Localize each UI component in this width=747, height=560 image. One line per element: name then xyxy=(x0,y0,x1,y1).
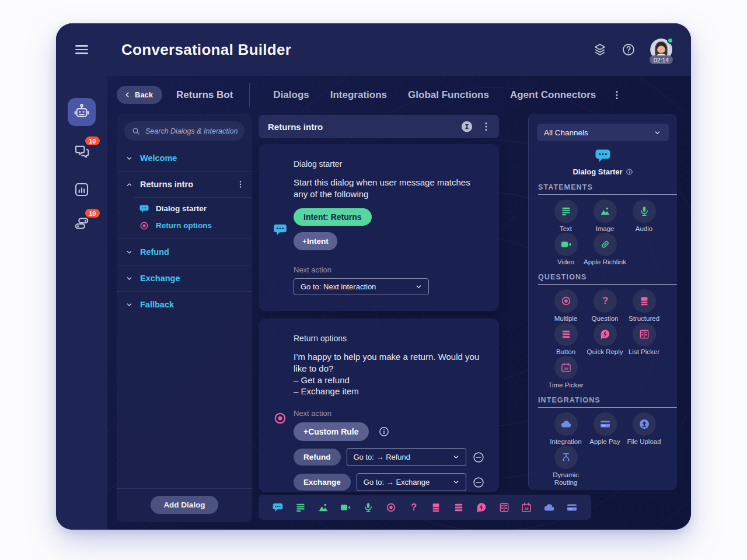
add-intent-button[interactable]: +Intent xyxy=(294,232,337,250)
avatar[interactable]: 02:14 xyxy=(650,38,672,61)
refund-rule-pill[interactable]: Refund xyxy=(294,449,341,466)
sub-nav: Back Returns Bot Dialogs Integrations Gl… xyxy=(107,76,691,114)
time-picker-icon: 25 xyxy=(560,362,572,373)
tree-item-exchange[interactable]: Exchange xyxy=(117,265,252,291)
palette-item-text[interactable]: Text xyxy=(546,200,585,233)
back-button[interactable]: Back xyxy=(117,86,162,104)
nav-overflow-icon[interactable] xyxy=(611,89,623,101)
audio-icon[interactable] xyxy=(362,502,374,513)
routing-icon xyxy=(560,452,572,463)
add-dialog-button[interactable]: Add Dialog xyxy=(151,496,218,514)
video-icon[interactable] xyxy=(340,502,351,513)
palette-item-multiple[interactable]: Multiple xyxy=(546,289,585,323)
exchange-goto-select[interactable]: Go to: → Exchange xyxy=(357,473,466,491)
intent-chip[interactable]: Intent: Returns xyxy=(294,208,372,226)
structured-icon xyxy=(638,295,650,307)
cloud-icon[interactable] xyxy=(543,502,555,513)
structured-icon[interactable] xyxy=(430,502,442,513)
quick-reply-icon[interactable] xyxy=(476,502,487,513)
card-icon[interactable] xyxy=(566,502,578,513)
tab-dialogs[interactable]: Dialogs xyxy=(273,89,309,101)
palette-item-question[interactable]: ? Question xyxy=(585,289,624,323)
palette-item-integration[interactable]: Integration xyxy=(546,412,585,446)
canvas-title: Returns intro xyxy=(268,122,460,132)
palette-starter-label: Dialog Starter xyxy=(573,167,622,176)
tab-agent-connectors[interactable]: Agent Connectors xyxy=(510,89,596,101)
tree-overflow-icon[interactable] xyxy=(236,180,245,189)
chevron-down-icon xyxy=(452,453,460,461)
palette-item-quick-reply[interactable]: Quick Reply xyxy=(585,323,624,356)
palette-item-dynamic-routing[interactable]: Dynamic Routing xyxy=(546,446,585,479)
rail-item-bot-builder[interactable] xyxy=(68,98,96,126)
info-icon[interactable] xyxy=(626,168,633,176)
layers-icon[interactable] xyxy=(593,43,607,57)
palette-item-audio[interactable]: Audio xyxy=(624,200,664,233)
divider xyxy=(249,83,250,107)
tree-item-fallback[interactable]: Fallback xyxy=(117,292,252,317)
next-action-label: Next action xyxy=(294,265,485,274)
rail-item-conversations[interactable]: 10 xyxy=(73,142,90,160)
search-box[interactable] xyxy=(124,121,245,141)
button-icon xyxy=(560,328,572,340)
info-icon[interactable] xyxy=(378,426,390,438)
cloud-icon xyxy=(560,418,572,430)
tree-label: Exchange xyxy=(140,274,180,283)
card-message: I’m happy to help you make a return. Wou… xyxy=(294,351,485,374)
canvas-overflow-icon[interactable] xyxy=(480,121,492,132)
tree-item-return-options[interactable]: Return options xyxy=(117,217,252,234)
hourglass-icon[interactable] xyxy=(460,120,473,133)
palette-item-apple-richlink[interactable]: Apple Richlink xyxy=(585,233,624,266)
list-picker-icon[interactable] xyxy=(498,502,510,513)
analytics-icon xyxy=(73,181,90,198)
tree-item-refund[interactable]: Refund xyxy=(117,239,252,265)
chevron-left-icon xyxy=(124,91,131,99)
multiple-choice-icon[interactable] xyxy=(385,502,397,513)
next-action-select[interactable]: Go to: Next interaction xyxy=(294,278,429,295)
channel-select[interactable]: All Channels xyxy=(537,124,669,141)
menu-icon[interactable] xyxy=(75,45,88,54)
palette-item-image[interactable]: Image xyxy=(585,200,624,233)
palette-item-time-picker[interactable]: 25 Time Picker xyxy=(546,356,585,389)
remove-rule-icon[interactable] xyxy=(472,476,485,489)
text-icon xyxy=(560,205,572,217)
svg-text:?: ? xyxy=(602,295,608,306)
button-icon[interactable] xyxy=(453,502,465,513)
add-custom-rule-button[interactable]: +Custom Rule xyxy=(294,422,369,441)
rail-item-automations[interactable]: 10 xyxy=(73,215,90,232)
tree-item-dialog-starter[interactable]: Dialog starter xyxy=(117,200,252,217)
exchange-rule-pill[interactable]: Exchange xyxy=(294,474,351,491)
card-icon xyxy=(599,418,611,430)
question-icon[interactable]: ? xyxy=(408,502,420,513)
tree-label: Returns intro xyxy=(140,180,229,189)
tab-global-functions[interactable]: Global Functions xyxy=(408,89,489,101)
bot-name: Returns Bot xyxy=(176,89,233,101)
palette-item-file-upload[interactable]: File Upload xyxy=(624,412,664,446)
dialog-starter-icon[interactable] xyxy=(272,502,284,513)
video-icon xyxy=(560,239,572,250)
content-area: Back Returns Bot Dialogs Integrations Gl… xyxy=(107,76,691,530)
palette-item-list-picker[interactable]: List Picker xyxy=(624,323,664,356)
image-icon[interactable] xyxy=(317,502,329,513)
text-icon[interactable] xyxy=(295,502,306,513)
tree-label: Welcome xyxy=(140,153,177,163)
section-title-statements: STATEMENTS xyxy=(538,183,668,191)
time-picker-icon[interactable]: 25 xyxy=(521,502,532,513)
chevron-down-icon xyxy=(125,248,134,257)
palette-dialog-starter[interactable]: Dialog Starter xyxy=(529,147,677,176)
question-icon: ? xyxy=(599,295,611,307)
tree-item-welcome[interactable]: Welcome xyxy=(117,145,252,171)
help-icon[interactable] xyxy=(622,43,636,57)
tab-integrations[interactable]: Integrations xyxy=(330,89,387,101)
remove-rule-icon[interactable] xyxy=(472,451,485,464)
palette-item-apple-pay[interactable]: Apple Pay xyxy=(585,412,624,446)
palette-item-structured[interactable]: Structured xyxy=(624,289,664,323)
palette-item-video[interactable]: Video xyxy=(546,233,585,266)
search-input[interactable] xyxy=(145,127,238,135)
palette-item-button[interactable]: Button xyxy=(546,323,585,356)
tree-item-returns-intro[interactable]: Returns intro xyxy=(117,172,252,197)
multiple-choice-icon xyxy=(560,295,572,307)
canvas-header: Returns intro xyxy=(259,115,499,138)
chevron-down-icon xyxy=(125,154,134,163)
refund-goto-select[interactable]: Go to: → Refund xyxy=(347,448,467,466)
rail-item-analytics[interactable] xyxy=(73,181,90,198)
